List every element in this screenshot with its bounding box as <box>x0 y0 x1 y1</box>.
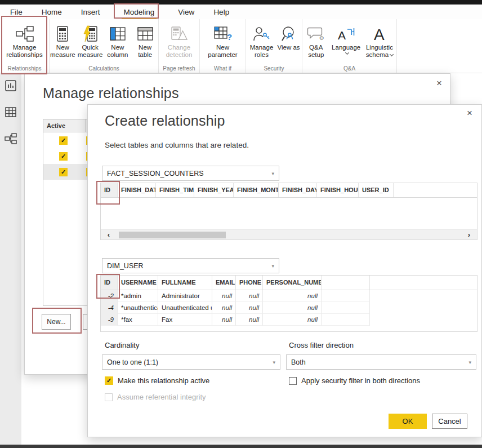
cell-username[interactable]: *admin <box>118 290 158 302</box>
cell-fullname[interactable]: Unauthenticated user <box>158 302 212 314</box>
view-as-button[interactable]: View as <box>277 24 301 51</box>
table2-header-filler <box>322 276 370 290</box>
cancel-button[interactable]: Cancel <box>432 414 467 429</box>
manage-dialog-close-icon[interactable]: × <box>436 78 442 88</box>
active-column-header[interactable]: Active <box>43 119 86 132</box>
cell-fullname[interactable]: Fax <box>158 314 212 326</box>
table1-column-id[interactable]: ID <box>101 183 118 197</box>
table2-row[interactable]: -4 *unauthenticated Unauthenticated user… <box>101 302 477 314</box>
quick-measure-button[interactable]: Quick measure <box>77 24 104 59</box>
create-relationship-dialog: × Create relationship Select tables and … <box>87 104 482 437</box>
table2-selector[interactable]: DIM_USER ▾ <box>102 258 279 273</box>
tab-help[interactable]: Help <box>213 8 229 16</box>
new-table-button[interactable]: New table <box>132 24 158 59</box>
table2-row[interactable]: -9 *fax Fax null null null <box>101 314 477 326</box>
view-as-icon <box>280 24 297 44</box>
model-view-icon[interactable] <box>4 132 17 148</box>
new-column-button[interactable]: New column <box>105 24 131 59</box>
cell-id[interactable]: -4 <box>101 302 118 314</box>
cell-personal-number[interactable]: null <box>263 314 322 326</box>
cardinality-label: Cardinality <box>105 341 139 349</box>
tab-insert[interactable]: Insert <box>81 8 100 16</box>
referential-integrity-option: Assume referential integrity <box>105 393 206 401</box>
svg-text:⚙: ⚙ <box>319 35 324 41</box>
security-filter-option[interactable]: Apply security filter in both directions <box>289 376 420 385</box>
window-bottom-bar <box>0 445 482 448</box>
manage-roles-button[interactable]: Manage roles <box>248 24 276 59</box>
table1-column-user-id[interactable]: USER_ID <box>359 183 394 197</box>
cell-personal-number[interactable]: null <box>263 290 322 302</box>
manage-relationships-icon <box>15 24 34 44</box>
new-measure-button[interactable]: New measure <box>50 24 76 59</box>
cross-filter-dropdown[interactable]: Both ▾ <box>286 354 476 370</box>
scroll-left-icon[interactable]: ‹ <box>102 230 115 239</box>
active-checkbox-checked[interactable]: ✓ <box>59 152 68 161</box>
table1-column-finish-hour[interactable]: FINISH_HOUR <box>317 183 359 197</box>
cell-email[interactable]: null <box>212 302 236 314</box>
group-label-what-if: What if <box>200 65 246 72</box>
cell-id[interactable]: -2 <box>101 290 118 302</box>
ok-button[interactable]: OK <box>389 414 427 429</box>
cell-username[interactable]: *fax <box>118 314 158 326</box>
tab-view[interactable]: View <box>178 8 194 16</box>
change-detection-icon <box>171 24 188 44</box>
manage-roles-label: Manage roles <box>248 44 276 59</box>
table2-column-id[interactable]: ID <box>101 276 118 290</box>
table2-column-username[interactable]: USERNAME <box>118 276 158 290</box>
table2-column-personal-number[interactable]: PERSONAL_NUMBER <box>263 276 322 290</box>
group-label-relationships: Relationships <box>0 65 49 72</box>
language-button[interactable]: A Language <box>331 24 362 54</box>
change-detection-button: Change detection <box>162 24 197 59</box>
cell-filler <box>322 302 370 314</box>
language-label: Language <box>332 44 360 51</box>
new-parameter-button[interactable]: ? New parameter <box>205 24 241 59</box>
cardinality-dropdown[interactable]: One to one (1:1) ▾ <box>102 354 280 370</box>
table2-selector-value: DIM_USER <box>107 262 144 270</box>
cell-phone[interactable]: null <box>236 314 263 326</box>
cell-phone[interactable]: null <box>236 302 263 314</box>
table2-row[interactable]: -2 *admin Administrator null null null <box>101 290 477 302</box>
scrollbar-thumb[interactable] <box>119 232 226 238</box>
make-active-option[interactable]: ✓ Make this relationship active <box>105 376 209 385</box>
cell-phone[interactable]: null <box>236 290 263 302</box>
table2-header-row: ID USERNAME FULLNAME EMAIL PHONE PERSONA… <box>101 276 477 290</box>
cell-personal-number[interactable]: null <box>263 302 322 314</box>
scroll-right-icon[interactable]: › <box>462 230 476 239</box>
manage-relationships-button[interactable]: Manage relationships <box>2 24 47 59</box>
table1-column-finish-year[interactable]: FINISH_YEAR <box>194 183 234 197</box>
table2-column-phone[interactable]: PHONE <box>236 276 263 290</box>
active-checkbox-checked[interactable]: ✓ <box>59 168 68 176</box>
table1-column-finish-month[interactable]: FINISH_MONTH <box>234 183 279 197</box>
table1-column-finish-time[interactable]: FINISH_TIME <box>156 183 194 197</box>
table2-column-email[interactable]: EMAIL <box>212 276 236 290</box>
new-measure-label: New measure <box>50 44 76 59</box>
linguistic-schema-icon: A <box>373 24 386 44</box>
tab-file[interactable]: File <box>10 8 23 16</box>
cell-email[interactable]: null <box>212 314 236 326</box>
group-security: Manage roles View as Security <box>246 19 302 73</box>
make-active-checkbox-checked[interactable]: ✓ <box>105 376 113 385</box>
qa-setup-icon: ⚙ <box>307 24 325 44</box>
cell-filler <box>322 314 370 326</box>
data-view-icon[interactable] <box>4 105 17 121</box>
cell-username[interactable]: *unauthenticated <box>118 302 158 314</box>
security-filter-label: Apply security filter in both directions <box>301 376 420 385</box>
report-view-icon[interactable] <box>4 79 17 95</box>
table2-column-fullname[interactable]: FULLNAME <box>158 276 212 290</box>
linguistic-schema-button[interactable]: A Linguistic schema <box>363 24 396 59</box>
new-relationship-button[interactable]: New... <box>42 314 71 330</box>
cell-email[interactable]: null <box>212 290 236 302</box>
table1-selector[interactable]: FACT_SESSION_COUNTERS ▾ <box>102 166 279 181</box>
qa-setup-button[interactable]: ⚙ Q&A setup <box>302 24 330 59</box>
cell-id[interactable]: -9 <box>101 314 118 326</box>
table1-column-finish-date[interactable]: FINISH_DATE <box>118 183 156 197</box>
cell-fullname[interactable]: Administrator <box>158 290 212 302</box>
tab-modeling[interactable]: Modeling <box>119 8 159 16</box>
table1-column-finish-day[interactable]: FINISH_DAY <box>279 183 317 197</box>
new-column-icon <box>110 24 126 44</box>
create-dialog-close-icon[interactable]: × <box>467 108 472 118</box>
tab-home[interactable]: Home <box>42 8 62 16</box>
security-filter-checkbox-unchecked[interactable] <box>289 377 297 385</box>
active-checkbox-checked[interactable]: ✓ <box>59 136 68 145</box>
new-parameter-label: New parameter <box>205 44 241 59</box>
